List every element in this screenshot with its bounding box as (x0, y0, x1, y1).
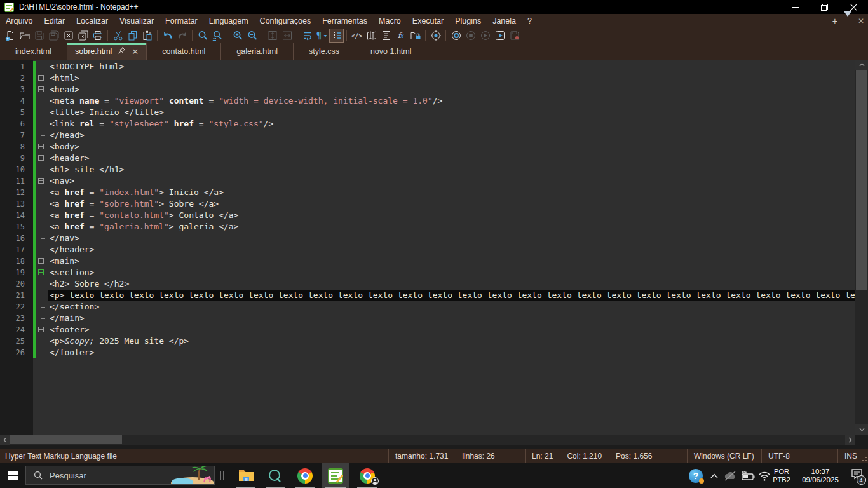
user-defined-language-button[interactable]: </> (349, 29, 364, 43)
code-text[interactable]: </head> (48, 130, 855, 141)
code-text[interactable]: <h2> Sobre </h2> (48, 278, 855, 290)
copy-button[interactable] (125, 29, 140, 43)
new-tab-button[interactable]: + (832, 17, 837, 25)
scroll-down-arrow[interactable] (855, 424, 868, 435)
tab-novo-1-html[interactable]: novo 1.html (355, 43, 427, 60)
taskbar-app-chrome-profile[interactable] (353, 463, 381, 488)
fold-collapse-icon[interactable] (38, 75, 44, 81)
menu-item-configuraes[interactable]: Configurações (254, 15, 317, 27)
menu-item-macro[interactable]: Macro (373, 15, 407, 27)
word-wrap-button[interactable] (300, 29, 315, 43)
tray-battery-icon[interactable] (738, 463, 756, 488)
menu-item-?[interactable]: ? (522, 15, 538, 27)
vertical-scrollbar-thumb[interactable] (856, 70, 867, 290)
tray-clock[interactable]: 10:37 09/06/2025 (796, 463, 844, 488)
code-text[interactable]: <meta name = "viewport" content = "width… (48, 95, 855, 107)
code-text[interactable]: <p> texto texto texto texto texto texto … (48, 290, 855, 301)
code-text[interactable]: </nav> (48, 233, 855, 244)
fold-margin-marker[interactable] (36, 152, 48, 164)
taskbar-search-box[interactable] (25, 466, 215, 485)
fold-collapse-icon[interactable] (38, 327, 44, 332)
tab-list-button[interactable] (844, 17, 851, 25)
start-recording-button[interactable] (449, 29, 463, 43)
restore-button[interactable] (810, 0, 839, 14)
open-file-button[interactable] (17, 29, 32, 43)
menu-item-visualizar[interactable]: Visualizar (114, 15, 159, 27)
menu-item-janela[interactable]: Janela (487, 15, 522, 27)
fold-collapse-icon[interactable] (38, 144, 44, 149)
replace-button[interactable] (210, 29, 224, 43)
menu-item-linguagem[interactable]: Linguagem (203, 15, 254, 27)
document-list-button[interactable] (379, 29, 393, 43)
horizontal-scrollbar[interactable] (0, 435, 855, 445)
fold-margin-marker[interactable] (36, 72, 48, 84)
code-text[interactable]: <link rel = "stylesheet" href = "style.c… (48, 118, 855, 130)
code-text[interactable]: <html> (48, 72, 855, 84)
fold-collapse-icon[interactable] (38, 258, 44, 264)
close-all-button[interactable] (76, 29, 90, 43)
code-text[interactable]: <header> (48, 152, 855, 164)
function-list-button[interactable]: fx (393, 29, 408, 43)
status-eol-format[interactable]: Windows (CR LF) (687, 449, 761, 463)
code-text[interactable]: </footer> (48, 347, 855, 358)
taskbar-app-q-app[interactable] (262, 463, 288, 488)
code-text[interactable]: </header> (48, 244, 855, 255)
fold-margin-marker[interactable] (36, 324, 48, 336)
show-all-characters-button[interactable]: ¶▼ (315, 29, 329, 43)
code-text[interactable]: <a href = "sobre.html"> Sobre </a> (48, 198, 855, 210)
code-text[interactable]: <a href = "galeria.html"> galeria </a> (48, 221, 855, 233)
close-tab-button[interactable]: ✕ (858, 17, 864, 25)
tab-sobre-html[interactable]: sobre.html✕ (67, 43, 146, 60)
code-text[interactable]: <a href = "contato.html"> Contato </a> (48, 210, 855, 221)
paste-button[interactable] (140, 29, 154, 43)
menu-item-editar[interactable]: Editar (38, 15, 71, 27)
zoom-out-button[interactable] (245, 29, 259, 43)
close-button[interactable] (61, 29, 76, 43)
fold-collapse-icon[interactable] (38, 86, 44, 92)
fold-margin-marker[interactable] (36, 267, 48, 278)
pin-icon[interactable] (118, 46, 126, 57)
tab-close-icon[interactable]: ✕ (132, 47, 139, 57)
status-encoding[interactable]: UTF-8 (761, 449, 837, 463)
start-button[interactable] (0, 463, 25, 488)
vertical-scrollbar[interactable] (855, 60, 868, 435)
zoom-in-button[interactable] (230, 29, 245, 43)
menu-item-arquivo[interactable]: Arquivo (0, 15, 38, 27)
code-editor[interactable]: 1<!DOCTYPE html>2<html>3<head>4<meta nam… (0, 60, 855, 435)
menu-item-ferramentas[interactable]: Ferramentas (316, 15, 373, 27)
new-file-button[interactable] (3, 29, 17, 43)
cut-button[interactable] (111, 29, 125, 43)
scroll-up-arrow[interactable] (855, 60, 868, 70)
code-text[interactable]: <!DOCTYPE html> (48, 61, 855, 72)
fold-collapse-icon[interactable] (38, 155, 44, 161)
code-text[interactable]: <head> (48, 84, 855, 95)
menu-item-plugins[interactable]: Plugins (449, 15, 487, 27)
code-text[interactable]: <footer> (48, 324, 855, 336)
find-button[interactable] (195, 29, 210, 43)
scroll-left-arrow[interactable] (0, 435, 10, 445)
code-text[interactable]: <h1> site </h1> (48, 164, 855, 175)
code-text[interactable]: <body> (48, 141, 855, 152)
code-text[interactable]: </section> (48, 301, 855, 313)
tab-contato-html[interactable]: contato.html (146, 43, 220, 60)
menu-item-formatar[interactable]: Formatar (159, 15, 203, 27)
menu-item-localizar[interactable]: Localizar (71, 15, 114, 27)
code-text[interactable]: <nav> (48, 175, 855, 187)
indent-guide-button[interactable] (329, 29, 344, 43)
document-map-button[interactable] (364, 29, 379, 43)
minimize-button[interactable] (780, 0, 810, 14)
tray-help-icon[interactable]: ? (686, 463, 705, 488)
fold-margin-marker[interactable] (36, 84, 48, 95)
code-text[interactable]: <p>&copy; 2025 Meu site </p> (48, 336, 855, 347)
menu-item-executar[interactable]: Executar (407, 15, 449, 27)
status-typing-mode[interactable]: INS (837, 449, 860, 463)
code-text[interactable]: <main> (48, 255, 855, 267)
close-button[interactable] (839, 0, 868, 14)
code-text[interactable]: <title> Inicio </title> (48, 107, 855, 118)
fold-margin-marker[interactable] (36, 175, 48, 187)
notification-center-button[interactable]: 4 (845, 463, 868, 488)
horizontal-scrollbar-thumb[interactable] (10, 435, 122, 444)
run-macro-multiple-button[interactable] (492, 29, 507, 43)
taskbar-app-file-explorer[interactable] (233, 463, 259, 488)
fold-margin-marker[interactable] (36, 141, 48, 152)
